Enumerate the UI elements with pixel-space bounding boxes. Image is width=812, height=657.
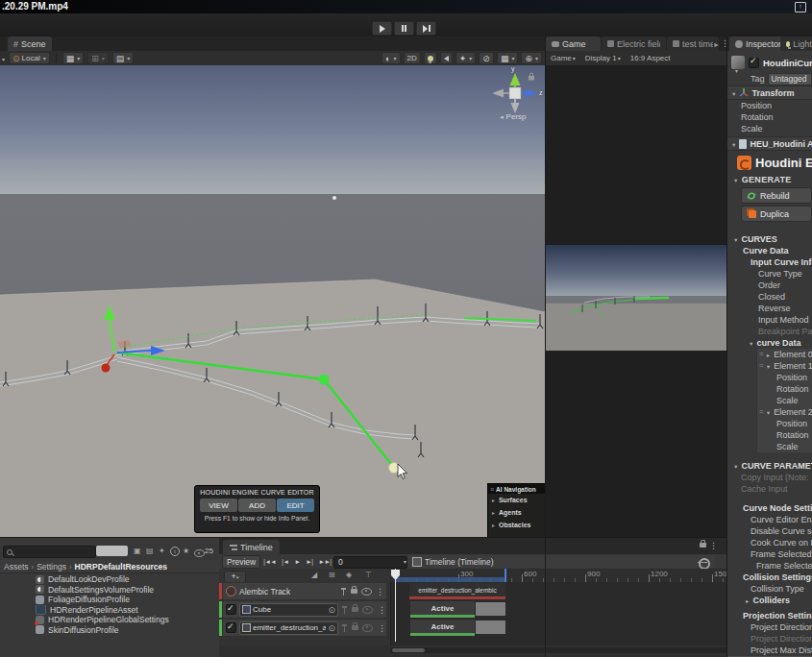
file-row[interactable]: HDRenderPipelineAsset	[0, 605, 219, 616]
goto-end-button[interactable]: ►►|	[318, 558, 331, 565]
frame-field-caret[interactable]: ▾	[404, 558, 406, 565]
collision-type-row[interactable]: Collision Type	[727, 583, 812, 595]
cook-curve-row[interactable]: Cook Curve on Dra	[727, 537, 812, 548]
next-frame-button[interactable]: ►|	[306, 558, 312, 565]
hidden-objects-button[interactable]	[479, 52, 494, 64]
rebuild-button[interactable]: Rebuild	[741, 187, 812, 204]
2d-toggle-button[interactable]: 2D	[404, 52, 421, 64]
duplicate-button[interactable]: Duplica	[741, 206, 812, 222]
element-1-scale[interactable]: Scale	[757, 395, 812, 406]
effects-toggle-button[interactable]	[455, 52, 477, 64]
element-1-position[interactable]: Position	[757, 372, 812, 383]
lighting-toggle-button[interactable]	[424, 52, 437, 64]
insert-clip-icon[interactable]: ⊞	[329, 571, 335, 579]
project-direction-type-row[interactable]: Project Direction T	[727, 621, 812, 633]
element-2-position[interactable]: Position	[757, 418, 812, 429]
tab-test-time[interactable]: test time	[667, 36, 719, 51]
clip-active[interactable]: Active	[410, 620, 475, 636]
gameobject-name[interactable]: HoudiniCurve-	[763, 58, 812, 68]
transform-scale-row[interactable]: Scale	[727, 123, 812, 134]
curve-data-foldout[interactable]: curve Data	[727, 337, 812, 349]
lock-icon[interactable]	[352, 607, 358, 612]
timeline-hscrollbar-thumb[interactable]	[392, 648, 425, 652]
disable-curve-scale-row[interactable]: Disable Curve sca	[727, 525, 812, 537]
element-1-row[interactable]: Element 1	[757, 360, 812, 372]
generate-foldout[interactable]: GENERATE	[727, 174, 812, 185]
grid-visibility-button[interactable]	[62, 52, 85, 64]
track-menu-icon[interactable]	[376, 587, 384, 596]
pin-icon[interactable]	[344, 624, 345, 632]
track-enabled-checkbox[interactable]	[226, 604, 236, 615]
frame-selected-row[interactable]: Frame Selected	[727, 560, 812, 572]
gizmos-button[interactable]	[521, 52, 542, 64]
lock-icon[interactable]	[352, 625, 358, 630]
grid-snap-button[interactable]	[87, 52, 109, 64]
track-alembic[interactable]: Alembic Track	[219, 583, 390, 599]
track-binding-field[interactable]: emitter_destruction_alembi	[239, 621, 338, 635]
curve-editor-edit-button[interactable]: EDIT	[277, 499, 314, 512]
search-by-type-icon[interactable]: ▣	[134, 547, 141, 555]
curves-view-icon[interactable]: ◢	[311, 571, 317, 579]
pause-button[interactable]	[394, 21, 414, 36]
tab-timeline[interactable]: Timeline	[223, 540, 280, 554]
search-options-button[interactable]	[96, 546, 128, 556]
closed-row[interactable]: Closed	[727, 291, 812, 303]
audio-toggle-button[interactable]	[440, 52, 453, 64]
timeline-hscrollbar[interactable]	[390, 647, 727, 653]
gameobject-icon[interactable]	[731, 56, 745, 69]
lock-icon[interactable]	[351, 589, 357, 594]
handle-position-caret[interactable]	[1, 54, 5, 63]
order-row[interactable]: Order	[727, 280, 812, 291]
pin-icon[interactable]	[344, 606, 345, 614]
file-row[interactable]: DefaultSettingsVolumeProfile	[0, 585, 219, 596]
game-panel-menu-icon[interactable]	[721, 38, 729, 48]
tab-game[interactable]: Game	[546, 36, 601, 51]
breadcrumb-assets[interactable]: Assets	[4, 562, 29, 572]
eye-icon[interactable]	[362, 624, 373, 632]
curve-editor-view-button[interactable]: VIEW	[200, 499, 237, 512]
game-target-dropdown[interactable]: Game	[551, 54, 576, 62]
reverse-row[interactable]: Reverse	[727, 303, 812, 314]
curve-editor-enabled-row[interactable]: Curve Editor Enabl	[727, 514, 812, 525]
eye-icon[interactable]	[361, 588, 372, 596]
element-2-scale[interactable]: Scale	[757, 441, 812, 452]
tab-electric-field[interactable]: Electric field	[602, 36, 666, 51]
gameobject-active-checkbox[interactable]	[749, 58, 759, 68]
favorites-star-icon[interactable]: ★	[183, 547, 189, 555]
file-row[interactable]: DefaultLookDevProfile	[0, 574, 219, 585]
curve-editor-add-button[interactable]: ADD	[238, 499, 276, 512]
track-menu-icon[interactable]	[378, 605, 386, 615]
pin-icon[interactable]	[343, 588, 344, 596]
curve-type-row[interactable]: Curve Type	[727, 268, 812, 280]
timeline-menu-icon[interactable]	[709, 541, 718, 550]
record-clock-icon[interactable]	[328, 605, 335, 615]
breadcrumb-current-folder[interactable]: HDRPDefaultResources	[75, 562, 167, 572]
tab-scroll-icon[interactable]	[713, 39, 720, 49]
frame-selected-nodes-row[interactable]: Frame Selected N	[727, 548, 812, 560]
element-2-rotation[interactable]: Rotation	[757, 429, 812, 441]
splitter-game-inspector[interactable]	[726, 36, 727, 657]
ai-nav-surfaces[interactable]: Surfaces	[488, 494, 546, 506]
share-icon[interactable]: ↑	[795, 2, 806, 12]
input-method-row[interactable]: Input Method	[727, 314, 812, 326]
shading-mode-button[interactable]	[381, 52, 400, 64]
hidden-count-eye-icon[interactable]	[194, 549, 205, 557]
camera-settings-button[interactable]	[112, 52, 135, 64]
track-binding-field[interactable]: Cube	[239, 603, 338, 617]
aspect-dropdown[interactable]: 16:9 Aspect	[630, 54, 671, 62]
marker-icon[interactable]: ⊤	[365, 571, 372, 579]
curve-parameters-foldout[interactable]: CURVE PARAMET	[727, 460, 812, 472]
tab-lighting[interactable]: Lighting	[780, 36, 812, 51]
transform-position-row[interactable]: Position	[727, 100, 812, 111]
element-0-row[interactable]: Element 0	[757, 349, 812, 360]
clip-extension[interactable]	[476, 602, 505, 616]
track-menu-icon[interactable]	[378, 623, 386, 633]
eye-icon[interactable]	[362, 606, 373, 614]
tag-dropdown[interactable]: Untagged	[768, 73, 812, 85]
track-emitter[interactable]: emitter_destruction_alembi	[219, 620, 390, 636]
splitter-horizontal[interactable]	[0, 537, 727, 538]
search-by-label-icon[interactable]: ▤	[146, 547, 154, 555]
track-enabled-checkbox[interactable]	[226, 622, 236, 633]
breadcrumb-settings[interactable]: Settings	[37, 562, 66, 572]
tab-scene[interactable]: Scene	[8, 36, 52, 51]
